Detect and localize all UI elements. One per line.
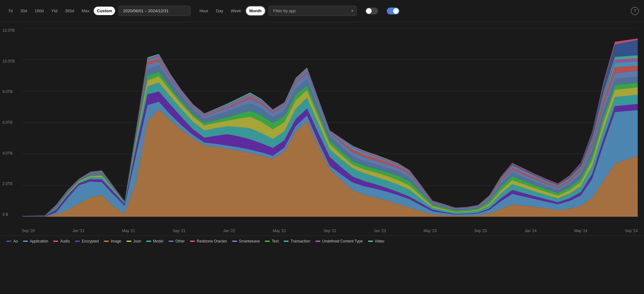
x-axis-label: Jan '21: [72, 229, 84, 233]
legend-color: [6, 241, 11, 242]
legend-label: Ao: [13, 239, 18, 243]
y-axis-label: 6.0TB: [3, 120, 15, 125]
legend-label: Text: [272, 239, 279, 243]
y-axis-label: 12.0TB: [3, 28, 15, 33]
legend-item: Transaction: [284, 239, 310, 243]
time-btn-Ytd[interactable]: Ytd: [48, 7, 61, 15]
chart-canvas-wrapper: [22, 28, 638, 217]
granularity-buttons: HourDayWeekMonth: [196, 6, 265, 16]
legend: AoApplicationAudioEncryptedImageJsonMode…: [0, 236, 644, 247]
toolbar: 7d30d180dYtd365dMaxCustom HourDayWeekMon…: [0, 0, 644, 22]
legend-item: Text: [265, 239, 279, 243]
toggle-knob: [366, 8, 372, 14]
legend-label: Transaction: [291, 239, 310, 243]
filter-wrapper: Filter by app ▾: [269, 6, 357, 16]
x-axis-label: Sep '20: [22, 229, 35, 233]
x-axis-label: Jan '24: [525, 229, 536, 233]
legend-item: Ao: [6, 239, 18, 243]
legend-item: Image: [104, 239, 121, 243]
x-axis-label: May '21: [122, 229, 135, 233]
legend-color: [53, 241, 58, 242]
y-axis-labels: 12.0TB10.0TB8.0TB6.0TB4.0TB2.0TB0 B: [3, 28, 15, 217]
gran-btn-Week[interactable]: Week: [228, 7, 244, 15]
x-axis-label: Sep '22: [324, 229, 336, 233]
legend-color: [315, 241, 320, 242]
gran-btn-Month[interactable]: Month: [246, 6, 265, 16]
log-scale-group: [363, 8, 378, 14]
legend-color: [75, 241, 80, 242]
legend-item: Audio: [53, 239, 70, 243]
legend-color: [232, 241, 237, 242]
legend-item: Video: [368, 239, 384, 243]
legend-item: Application: [23, 239, 48, 243]
time-btn-Custom[interactable]: Custom: [94, 7, 115, 15]
legend-color: [190, 241, 195, 242]
legend-label: Audio: [60, 239, 70, 243]
legend-label: Model: [153, 239, 164, 243]
legend-label: Undefined Content Type: [322, 239, 363, 243]
legend-label: Image: [111, 239, 121, 243]
legend-color: [146, 241, 151, 242]
legend-label: Json: [133, 239, 141, 243]
time-btn-30d[interactable]: 30d: [17, 7, 30, 15]
main-chart-canvas: [22, 28, 638, 217]
legend-color: [126, 241, 131, 242]
legend-color: [169, 241, 174, 242]
legend-label: Smartweave: [239, 239, 260, 243]
content-breakdown-toggle[interactable]: [387, 8, 399, 14]
legend-color: [104, 241, 109, 242]
time-btn-7d[interactable]: 7d: [5, 7, 16, 15]
legend-label: Other: [175, 239, 185, 243]
legend-item: Encrypted: [75, 239, 99, 243]
legend-item: Json: [126, 239, 141, 243]
chart-area: 12.0TB10.0TB8.0TB6.0TB4.0TB2.0TB0 B Sep …: [0, 22, 644, 236]
help-icon[interactable]: ?: [631, 7, 639, 15]
y-axis-label: 4.0TB: [3, 151, 15, 155]
y-axis-label: 8.0TB: [3, 90, 15, 94]
legend-color: [265, 241, 270, 242]
time-btn-365d[interactable]: 365d: [62, 7, 77, 15]
y-axis-label: 2.0TB: [3, 182, 15, 186]
y-axis-label: 0 B: [3, 212, 15, 217]
date-range-input[interactable]: [118, 6, 191, 16]
legend-item: Undefined Content Type: [315, 239, 363, 243]
x-axis-label: Sep '23: [474, 229, 487, 233]
x-axis-label: Sep '21: [173, 229, 185, 233]
legend-item: Redstone Oracles: [190, 239, 227, 243]
legend-item: Smartweave: [232, 239, 260, 243]
x-axis-label: Jan '22: [223, 229, 235, 233]
gran-btn-Hour[interactable]: Hour: [196, 7, 211, 15]
time-range-buttons: 7d30d180dYtd365dMaxCustom: [5, 7, 115, 15]
y-axis-label: 10.0TB: [3, 59, 15, 63]
gran-btn-Day[interactable]: Day: [213, 7, 226, 15]
legend-color: [368, 241, 373, 242]
x-axis-label: Sep '24: [625, 229, 638, 233]
x-axis-label: May '24: [574, 229, 587, 233]
toggle-knob-cb: [393, 8, 399, 14]
filter-select[interactable]: Filter by app: [269, 6, 357, 16]
legend-label: Encrypted: [82, 239, 99, 243]
time-btn-Max[interactable]: Max: [79, 7, 93, 15]
log-scale-toggle[interactable]: [365, 8, 378, 14]
x-axis-label: May '22: [273, 229, 286, 233]
legend-item: Model: [146, 239, 164, 243]
legend-item: Other: [169, 239, 185, 243]
content-breakdown-group: [384, 8, 399, 14]
x-axis-label: Jan '23: [374, 229, 386, 233]
legend-color: [23, 241, 28, 242]
legend-label: Video: [375, 239, 384, 243]
legend-label: Application: [30, 239, 48, 243]
legend-label: Redstone Oracles: [197, 239, 227, 243]
legend-color: [284, 241, 289, 242]
x-axis-labels: Sep '20Jan '21May '21Sep '21Jan '22May '…: [22, 229, 638, 233]
time-btn-180d[interactable]: 180d: [31, 7, 47, 15]
x-axis-label: May '23: [424, 229, 437, 233]
